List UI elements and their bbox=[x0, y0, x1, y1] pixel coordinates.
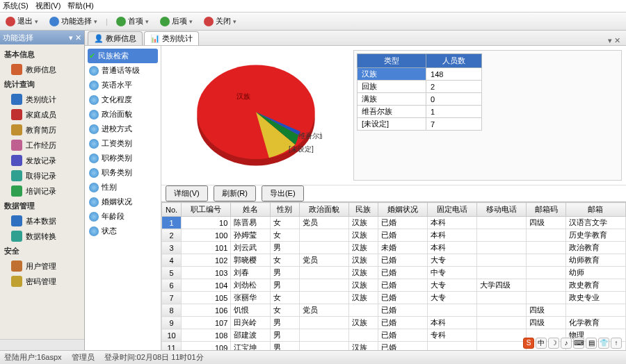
table-row[interactable]: 110陈晋易女党员汉族已婚本科四级汉语言文学 bbox=[162, 217, 626, 229]
nav-label: 密码管理 bbox=[26, 276, 56, 287]
menu-system[interactable]: 系统(S) bbox=[3, 1, 29, 11]
toolbar-icon bbox=[49, 17, 59, 26]
grid-header[interactable]: 邮箱码 bbox=[527, 203, 566, 217]
category-item[interactable]: 进校方式 bbox=[88, 122, 158, 136]
tray-icon[interactable]: S bbox=[523, 338, 534, 349]
nav-数据转换[interactable]: 数据转换 bbox=[3, 229, 81, 244]
pie-label-unset: [未设定] bbox=[289, 145, 314, 153]
table-row[interactable]: 5103刘春男汉族已婚中专幼师 bbox=[162, 267, 626, 279]
category-icon bbox=[89, 124, 99, 134]
grid-cell: 大专 bbox=[427, 292, 476, 304]
grid-header[interactable]: 邮箱 bbox=[565, 203, 625, 217]
grid-header[interactable]: 移动电话 bbox=[477, 203, 527, 217]
table-row[interactable]: 3101刘云武男汉族未婚本科政治教育 bbox=[162, 242, 626, 254]
refresh-button[interactable]: 刷新(R) bbox=[214, 185, 256, 201]
tab-teacher-info[interactable]: 👤 教师信息 bbox=[88, 31, 143, 45]
grid-cell: 化学教育 bbox=[565, 317, 625, 329]
pie-chart: 汉族 [未设定] 维吾尔族 bbox=[166, 50, 346, 181]
table-row[interactable]: 9107田兴岭男汉族已婚本科四级化学教育 bbox=[162, 317, 626, 329]
tab-close-button[interactable]: ▾ ✕ bbox=[605, 36, 623, 45]
grid-cell: 政史教育 bbox=[565, 279, 625, 292]
category-item[interactable]: 职务类别 bbox=[88, 165, 158, 180]
toolbar-功能选择[interactable]: 功能选择▾ bbox=[47, 15, 100, 28]
category-label: 进校方式 bbox=[102, 124, 132, 134]
category-item[interactable]: 文化程度 bbox=[88, 92, 158, 107]
grid-cell bbox=[477, 229, 527, 242]
toolbar-label: 退出 bbox=[17, 16, 33, 26]
grid-header[interactable]: 政治面貌 bbox=[299, 203, 348, 217]
category-item[interactable]: ✔民族检索 bbox=[88, 49, 158, 63]
summary-cell: 148 bbox=[426, 68, 482, 81]
grid-cell: 已婚 bbox=[378, 267, 427, 279]
grid-header[interactable]: 民族 bbox=[348, 203, 378, 217]
table-row[interactable]: 7105张丽华女汉族已婚大专政史专业 bbox=[162, 292, 626, 304]
grid-cell: 女 bbox=[270, 229, 299, 242]
table-row[interactable]: 4102郭晓樱女党员汉族已婚大专幼师教育 bbox=[162, 254, 626, 267]
tray-icon[interactable]: 中 bbox=[536, 338, 547, 349]
sidebar-scrollbar[interactable] bbox=[0, 339, 84, 350]
grid-cell bbox=[477, 217, 527, 229]
toolbar-首项[interactable]: 首项▾ bbox=[113, 15, 152, 28]
grid-cell bbox=[527, 267, 566, 279]
grid-cell: 已婚 bbox=[378, 229, 427, 242]
table-row[interactable]: 6104刘劲松男汉族已婚大专大学四级政史教育 bbox=[162, 279, 626, 292]
toolbar-label: 功能选择 bbox=[61, 16, 92, 26]
nav-用户管理[interactable]: 用户管理 bbox=[3, 258, 81, 274]
category-icon bbox=[89, 212, 99, 222]
category-item[interactable]: 职称类别 bbox=[88, 151, 158, 165]
status-bar: 登陆用户:16aspx 管理员 登录时间:02月08日 11时01分 bbox=[0, 350, 626, 364]
nav-取得记录[interactable]: 取得记录 bbox=[3, 168, 81, 183]
category-item[interactable]: 普通话等级 bbox=[88, 63, 158, 78]
tray-icon[interactable]: ♪ bbox=[561, 338, 572, 349]
nav-基本数据[interactable]: 基本数据 bbox=[3, 213, 81, 229]
grid-cell bbox=[299, 342, 348, 351]
grid-header[interactable]: 职工编号 bbox=[182, 203, 231, 217]
nav-教师信息[interactable]: 教师信息 bbox=[3, 62, 81, 77]
tray-icon[interactable]: ⌨ bbox=[573, 338, 584, 349]
nav-工作经历[interactable]: 工作经历 bbox=[3, 138, 81, 153]
grid-header[interactable]: 姓名 bbox=[231, 203, 271, 217]
grid-header[interactable]: 固定电话 bbox=[427, 203, 476, 217]
category-item[interactable]: 工资类别 bbox=[88, 136, 158, 151]
menu-view[interactable]: 视图(V) bbox=[35, 1, 61, 11]
category-item[interactable]: 婚姻状况 bbox=[88, 195, 158, 209]
export-button[interactable]: 导出(E) bbox=[262, 185, 304, 201]
grid-header[interactable]: No. bbox=[162, 203, 182, 217]
grid-cell: 中专 bbox=[427, 267, 476, 279]
sidebar-pin-icon[interactable]: ▾ ✕ bbox=[69, 33, 81, 42]
nav-培训记录[interactable]: 培训记录 bbox=[3, 183, 81, 199]
toolbar-关闭[interactable]: 关闭▾ bbox=[201, 15, 239, 28]
grid-header[interactable]: 性别 bbox=[270, 203, 299, 217]
data-grid-wrap[interactable]: No.职工编号姓名性别政治面貌民族婚姻状况固定电话移动电话邮箱码邮箱110陈晋易… bbox=[161, 201, 626, 350]
category-item[interactable]: 性别 bbox=[88, 180, 158, 195]
category-item[interactable]: 状态 bbox=[88, 224, 158, 238]
grid-cell: 3 bbox=[162, 242, 182, 254]
tray-icon[interactable]: ☽ bbox=[548, 338, 559, 349]
category-item[interactable]: 年龄段 bbox=[88, 209, 158, 224]
nav-label: 基本数据 bbox=[26, 216, 56, 226]
toolbar-后项[interactable]: 后项▾ bbox=[157, 15, 195, 28]
detail-button[interactable]: 详细(V) bbox=[166, 185, 208, 201]
menu-help[interactable]: 帮助(H) bbox=[67, 1, 93, 11]
grid-cell: 男 bbox=[270, 329, 299, 342]
nav-密码管理[interactable]: 密码管理 bbox=[3, 274, 81, 289]
tab-category-stats[interactable]: 📊 类别统计 bbox=[144, 31, 199, 45]
table-row[interactable]: 8106饥恨女党员已婚四级 bbox=[162, 304, 626, 317]
tray-icon[interactable]: 👕 bbox=[598, 338, 609, 349]
nav-家庭成员[interactable]: 家庭成员 bbox=[3, 107, 81, 122]
grid-cell: 刘劲松 bbox=[231, 279, 271, 292]
toolbar-退出[interactable]: 退出▾ bbox=[3, 15, 41, 28]
table-row[interactable]: 2100孙姆莹女汉族已婚本科历史学教育 bbox=[162, 229, 626, 242]
nav-类别统计[interactable]: 类别统计 bbox=[3, 92, 81, 107]
grid-header[interactable]: 婚姻状况 bbox=[378, 203, 427, 217]
grid-cell: 刘春 bbox=[231, 267, 271, 279]
nav-发放记录[interactable]: 发放记录 bbox=[3, 153, 81, 168]
grid-cell: 四级 bbox=[527, 304, 566, 317]
summary-cell: 1 bbox=[426, 106, 482, 118]
category-item[interactable]: 英语水平 bbox=[88, 78, 158, 92]
tray-icon[interactable]: ↑ bbox=[611, 338, 622, 349]
category-item[interactable]: 政治面貌 bbox=[88, 107, 158, 122]
tray-icon[interactable]: ▤ bbox=[586, 338, 597, 349]
grid-cell bbox=[565, 304, 625, 317]
nav-教育简历[interactable]: 教育简历 bbox=[3, 122, 81, 138]
